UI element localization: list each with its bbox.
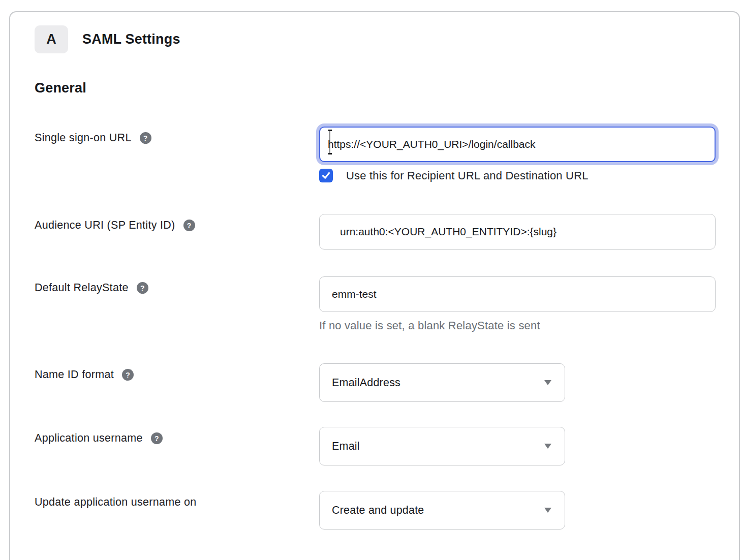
update-application-username-on-label: Update application username on [35, 496, 197, 509]
single-sign-on-url-help-icon[interactable]: ? [140, 132, 151, 144]
recipient-destination-checkbox-label: Use this for Recipient URL and Destinati… [346, 169, 589, 182]
update-application-username-on-select[interactable]: Create and update [319, 491, 565, 530]
application-username-label: Application username [35, 432, 143, 445]
name-id-format-select[interactable]: EmailAddress [319, 363, 565, 402]
form-row-default-relaystate: Default RelayState ? If no value is set,… [35, 276, 715, 332]
control-col: Create and update [319, 491, 565, 530]
form-row-application-username: Application username ? Email [35, 427, 715, 465]
label-col: Audience URI (SP Entity ID) ? [35, 214, 319, 232]
section-badge: A [35, 25, 68, 53]
name-id-format-label: Name ID format [35, 368, 114, 382]
chevron-down-icon [544, 380, 551, 385]
chevron-down-icon [544, 508, 551, 513]
label-col: Update application username on [35, 491, 319, 509]
control-col: Email [319, 427, 565, 465]
section-heading-general: General [35, 80, 715, 96]
name-id-format-help-icon[interactable]: ? [122, 369, 134, 381]
form-row-audience-uri: Audience URI (SP Entity ID) ? [35, 214, 715, 250]
saml-settings-form: Single sign-on URL ? [35, 127, 715, 530]
recipient-destination-checkbox-row: Use this for Recipient URL and Destinati… [319, 169, 716, 182]
single-sign-on-url-input[interactable] [319, 127, 716, 162]
control-col: If no value is set, a blank RelayState i… [319, 276, 716, 332]
application-username-selected-value: Email [332, 440, 360, 453]
panel-title: SAML Settings [82, 32, 180, 47]
panel-header: A SAML Settings [35, 25, 715, 53]
form-row-name-id-format: Name ID format ? EmailAddress [35, 363, 715, 402]
control-col [319, 214, 716, 250]
label-col: Name ID format ? [35, 363, 319, 382]
control-col: Use this for Recipient URL and Destinati… [319, 127, 716, 182]
recipient-destination-checkbox[interactable] [319, 169, 333, 182]
form-row-single-sign-on-url: Single sign-on URL ? [35, 127, 715, 182]
default-relaystate-help-icon[interactable]: ? [137, 282, 148, 294]
default-relaystate-input[interactable] [319, 276, 716, 312]
audience-uri-label: Audience URI (SP Entity ID) [35, 219, 175, 232]
single-sign-on-url-label: Single sign-on URL [35, 132, 132, 145]
label-col: Application username ? [35, 427, 319, 445]
update-application-username-on-selected-value: Create and update [332, 504, 424, 517]
chevron-down-icon [544, 444, 551, 449]
name-id-format-selected-value: EmailAddress [332, 377, 400, 389]
audience-uri-help-icon[interactable]: ? [183, 220, 195, 231]
label-col: Single sign-on URL ? [35, 127, 319, 145]
audience-uri-input[interactable] [319, 214, 716, 250]
control-col: EmailAddress [319, 363, 565, 402]
form-row-update-application-username-on: Update application username on Create an… [35, 491, 715, 530]
label-col: Default RelayState ? [35, 276, 319, 295]
application-username-select[interactable]: Email [319, 427, 565, 465]
application-username-help-icon[interactable]: ? [151, 432, 163, 444]
single-sign-on-url-input-wrap [319, 127, 716, 162]
saml-settings-panel: A SAML Settings General Single sign-on U… [9, 11, 740, 560]
default-relaystate-helper-text: If no value is set, a blank RelayState i… [319, 319, 716, 332]
checkmark-icon [322, 171, 330, 180]
default-relaystate-label: Default RelayState [35, 282, 129, 295]
